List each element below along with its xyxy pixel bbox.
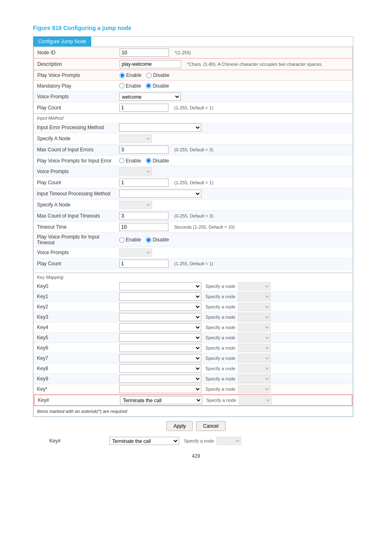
key-hash-select[interactable]: Terminate the call xyxy=(120,396,202,404)
key3-specify-node: Specify a node xyxy=(205,315,235,320)
play-count-hint: (1-255, Default = 1) xyxy=(174,105,213,110)
play-count3-input[interactable] xyxy=(119,260,168,268)
mandatory-enable-radio[interactable]: Enable xyxy=(119,83,141,89)
play-voice-enable-radio[interactable]: Enable xyxy=(120,72,141,78)
key5-label: Key5 xyxy=(37,335,119,341)
play-voice-timeout-disable-radio[interactable]: Disable xyxy=(146,237,169,243)
node-id-label: Node ID xyxy=(37,50,120,56)
specify-node2-select[interactable] xyxy=(119,201,152,209)
key2-label: Key2 xyxy=(37,304,119,310)
key1-node-select[interactable] xyxy=(238,292,271,301)
key2-node-select[interactable] xyxy=(238,303,271,311)
tab-header[interactable]: Configure Jump Node xyxy=(33,37,91,46)
key6-specify-node: Specify a node xyxy=(205,345,235,350)
key8-node-select[interactable] xyxy=(238,364,271,373)
key3-row: Key3 Specify a node xyxy=(34,312,353,322)
timeout-time-input[interactable] xyxy=(119,223,168,231)
key8-select[interactable] xyxy=(119,364,201,373)
key6-row: Key6 Specify a node xyxy=(34,343,353,353)
extra-key-hash-select[interactable]: Terminate the call xyxy=(109,437,179,445)
specify-node-select[interactable] xyxy=(119,134,152,143)
key9-row: Key9 Specify a node xyxy=(34,374,353,384)
key4-row: Key4 Specify a node xyxy=(34,322,353,333)
key3-select[interactable] xyxy=(119,313,201,321)
extra-node-select[interactable] xyxy=(217,437,241,445)
key9-label: Key9 xyxy=(37,376,119,382)
page-number: 429 xyxy=(33,453,359,459)
specify-node-row: Specify A Node xyxy=(34,133,353,144)
voice-prompts-row: Voice Prompts welcome xyxy=(34,91,353,102)
max-count-timeouts-label: Max Count of Input Timeouts xyxy=(37,213,119,219)
input-method-divider: Input Method xyxy=(34,114,353,122)
key6-node-select[interactable] xyxy=(238,344,271,352)
footer-note: Items marked with an asterisk(*) are req… xyxy=(34,406,353,416)
input-timeout-processing-select[interactable] xyxy=(119,190,201,198)
key3-label: Key3 xyxy=(37,314,119,320)
play-count2-row: Play Count (1-255, Default = 1) xyxy=(34,177,353,188)
key7-node-select[interactable] xyxy=(238,354,271,362)
key4-label: Key4 xyxy=(37,324,119,330)
max-count-errors-row: Max Count of Input Errors (0-255, Defaul… xyxy=(34,144,353,155)
key9-node-select[interactable] xyxy=(238,375,271,383)
extra-key-hash-row: Key# Terminate the call Specify a node xyxy=(33,437,359,445)
max-count-errors-label: Max Count of Input Errors xyxy=(37,147,119,153)
play-count2-label: Play Count xyxy=(37,180,119,185)
play-count2-input[interactable] xyxy=(119,178,168,187)
key6-select[interactable] xyxy=(119,344,201,352)
figure-title: Figure 818 Configuring a jump node xyxy=(33,25,359,31)
key0-node-select[interactable] xyxy=(238,282,271,290)
voice-prompts-timeout-select[interactable] xyxy=(119,248,152,257)
apply-button[interactable]: Apply xyxy=(166,421,193,431)
description-label: Description xyxy=(37,61,120,67)
key7-select[interactable] xyxy=(119,354,201,362)
key0-select[interactable] xyxy=(119,282,201,290)
key-hash-node-select[interactable] xyxy=(239,396,272,404)
voice-prompts-select[interactable]: welcome xyxy=(119,93,181,101)
description-input[interactable] xyxy=(120,60,181,68)
key2-select[interactable] xyxy=(119,303,201,311)
key5-node-select[interactable] xyxy=(238,334,271,342)
key-star-select[interactable] xyxy=(119,385,201,393)
play-voice-error-disable-radio[interactable]: Disable xyxy=(146,158,169,164)
voice-prompts-error-row: Voice Prompts xyxy=(34,166,353,177)
max-count-errors-input[interactable] xyxy=(119,146,168,154)
max-count-timeouts-input[interactable] xyxy=(119,212,168,220)
extra-key-hash-label: Key# xyxy=(49,438,107,444)
play-voice-prompts-label: Play Voice Prompts xyxy=(37,72,120,78)
play-voice-error-enable-radio[interactable]: Enable xyxy=(119,158,141,164)
max-count-errors-hint: (0-255, Default = 3) xyxy=(174,147,213,152)
node-id-input[interactable] xyxy=(120,49,169,57)
key-star-node-select[interactable] xyxy=(238,385,271,393)
key-hash-row: Key# Terminate the call Specify a node xyxy=(34,394,353,406)
key0-specify-node: Specify a node xyxy=(205,284,235,289)
play-voice-timeout-enable-radio[interactable]: Enable xyxy=(119,237,141,243)
key9-specify-node: Specify a node xyxy=(205,376,235,381)
key9-select[interactable] xyxy=(119,375,201,383)
mandatory-disable-radio[interactable]: Disable xyxy=(146,83,169,89)
input-error-processing-select[interactable] xyxy=(119,123,201,132)
voice-prompts-error-select[interactable] xyxy=(119,167,152,176)
cancel-button[interactable]: Cancel xyxy=(196,421,225,431)
mandatory-play-row: Mandatory Play Enable Disable xyxy=(34,81,353,91)
key3-node-select[interactable] xyxy=(238,313,271,321)
node-id-row: Node ID *(1-255) xyxy=(34,47,353,58)
key0-label: Key0 xyxy=(37,283,119,289)
voice-prompts-error-label: Voice Prompts xyxy=(37,169,119,174)
key-mapping-divider: Key Mapping xyxy=(34,273,353,281)
voice-prompts-timeout-label: Voice Prompts xyxy=(37,250,119,255)
key7-label: Key7 xyxy=(37,355,119,361)
key8-label: Key8 xyxy=(37,366,119,371)
voice-prompts-timeout-row: Voice Prompts xyxy=(34,247,353,258)
timeout-time-label: Timeout Time xyxy=(37,224,119,230)
input-error-processing-label: Input Error Processing Method xyxy=(37,125,119,130)
play-voice-disable-radio[interactable]: Disable xyxy=(146,72,169,78)
key4-node-select[interactable] xyxy=(238,323,271,331)
timeout-time-hint: Seconds (1-255, Default = 10) xyxy=(174,225,235,229)
key-star-label: Key* xyxy=(37,386,119,392)
key1-select[interactable] xyxy=(119,292,201,301)
specify-node2-label: Specify A Node xyxy=(37,202,119,208)
key5-select[interactable] xyxy=(119,334,201,342)
play-count3-label: Play Count xyxy=(37,261,119,266)
play-count-input[interactable] xyxy=(119,104,168,112)
key4-select[interactable] xyxy=(119,323,201,331)
